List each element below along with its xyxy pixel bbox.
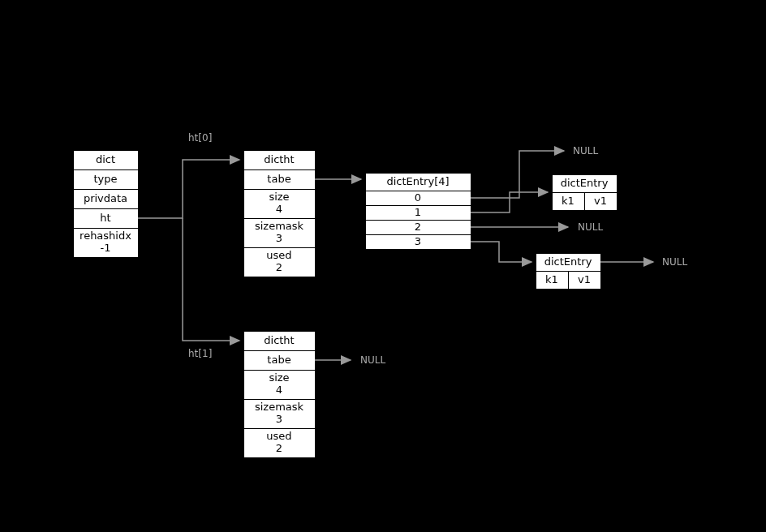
entry1-v: v1 [594, 195, 607, 207]
arrow-ht1 [183, 218, 239, 341]
dictht1-size-value: 4 [276, 384, 282, 396]
dictht0-struct: dictht tabe size 4 sizemask 3 used 2 [243, 150, 315, 277]
dictht0-tabe: tabe [267, 173, 290, 185]
dictht0-sizemask-label: sizemask [255, 220, 304, 232]
dictht0-used-label: used [266, 249, 291, 261]
label-ht1: ht[1] [188, 348, 212, 359]
dict-field-type: type [93, 173, 117, 185]
label-ht0: ht[0] [188, 132, 212, 144]
diagram-canvas: dict type privdata ht rehashidx -1 dicth… [0, 0, 766, 532]
dictht1-title: dictht [264, 334, 294, 346]
dict-rehash-label: rehashidx [80, 230, 131, 242]
arrow-slot3-entry [471, 242, 531, 262]
dictentry-array: dictEntry[4] 0 1 2 3 [365, 173, 471, 249]
arrow-ht0 [138, 160, 239, 218]
dict-field-privdata: privdata [84, 192, 127, 204]
dictentry-node-2: dictEntry k1 v1 [536, 253, 600, 289]
arrow-slot1-entry [471, 192, 548, 212]
entry2-v: v1 [578, 273, 591, 285]
dictht1-sizemask-label: sizemask [255, 401, 304, 413]
null-slot2: NULL [578, 221, 603, 233]
null-slot0: NULL [573, 145, 598, 157]
dictentry-idx-3: 3 [415, 235, 421, 247]
dictht1-used-label: used [266, 430, 291, 442]
dictht1-struct: dictht tabe size 4 sizemask 3 used 2 [243, 331, 315, 457]
dict-rehash-value: -1 [101, 242, 111, 254]
dict-struct: dict type privdata ht rehashidx -1 [73, 150, 138, 257]
entry1-k: k1 [562, 195, 574, 207]
arrow-slot0-null [471, 151, 564, 198]
dictentry-node-1: dictEntry k1 v1 [552, 174, 617, 210]
dictht1-sizemask-value: 3 [276, 413, 282, 425]
dictht1-used-value: 2 [276, 442, 282, 454]
entry2-k: k1 [545, 273, 558, 285]
dictentry-idx-1: 1 [415, 206, 421, 218]
dict-field-ht: ht [100, 212, 110, 224]
null-tabe1: NULL [360, 354, 385, 366]
null-entry2: NULL [662, 256, 687, 268]
dictht1-size-label: size [269, 371, 289, 384]
dictht0-title: dictht [264, 153, 294, 165]
dictht0-sizemask-value: 3 [276, 232, 282, 244]
entry1-title: dictEntry [561, 177, 609, 189]
dictentry-idx-2: 2 [415, 221, 421, 233]
dictentry-array-title: dictEntry[4] [386, 175, 449, 187]
dict-title: dict [96, 153, 115, 165]
dictht0-size-value: 4 [276, 203, 282, 215]
entry2-title: dictEntry [544, 255, 592, 268]
dictht1-tabe: tabe [267, 354, 290, 366]
dictht0-used-value: 2 [276, 261, 282, 273]
dictht0-size-label: size [269, 191, 289, 203]
dictentry-idx-0: 0 [415, 191, 421, 204]
